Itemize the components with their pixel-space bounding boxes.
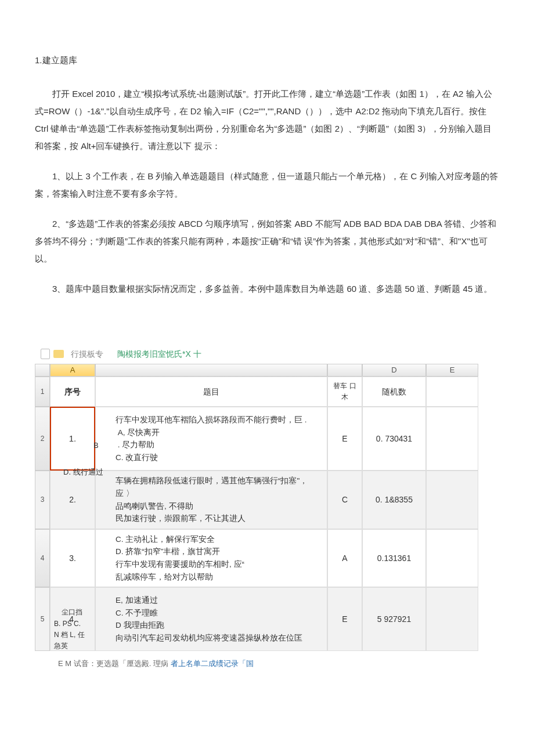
empty-cell[interactable] — [426, 587, 478, 651]
empty-cell[interactable] — [426, 529, 478, 587]
question-text: E, 加速通过 C. 不予理睢 D 我理由拒跑 向动引汽车起司发幼机均应将变速器… — [100, 594, 302, 644]
workbook-tab[interactable]: 陶模报考旧室怩氏*X 十 — [117, 346, 201, 362]
paragraph-2: 1、以上 3 个工作表，在 B 列输入单选题题目（样式随意，但一道题只能占一个单… — [35, 168, 499, 202]
selected-cell-A2[interactable]: 1. — [50, 407, 95, 471]
rand-cell[interactable]: 0. 730431 — [362, 407, 426, 471]
seq-cell[interactable]: 2. — [50, 471, 95, 529]
header-rand[interactable]: 随机数 — [362, 377, 426, 407]
table-row: 3 2. 车辆在拥精路段低速行眼时，遇苴他车辆强行“扣塞"， 应 〉 品鸣喇叭警… — [35, 471, 499, 529]
new-doc-icon[interactable] — [41, 349, 50, 359]
header-row: 1 序号 题目 替车 口木 随机数 — [35, 377, 499, 407]
column-letters-row: A D E — [35, 364, 499, 377]
row-head[interactable]: 2 — [35, 407, 50, 471]
paragraph-1: 打开 Excel 2010，建立“模拟考试系统-出题测试版”。打开此工作簿，建立… — [35, 85, 499, 155]
paragraph-4: 3、题库中题目数量根据实际情况而定，多多益善。本例中题库数目为单选题 60 道、… — [35, 280, 499, 298]
col-E[interactable]: E — [426, 364, 478, 377]
worksheet: A D E 1 序号 题目 替车 口木 随机数 2 1. B 行车中发现耳他车褶… — [35, 364, 499, 651]
rand-cell[interactable]: 0.131361 — [362, 529, 426, 587]
seq-cell[interactable]: 4. 尘口挡 B. PS C. N 档 L, 任 急英 — [50, 587, 95, 651]
empty-cell[interactable] — [426, 407, 478, 471]
row-head[interactable]: 4 — [35, 529, 50, 587]
table-row: 2 1. B 行车中发现耳他车褶陷入损坏路段而不能行费时，巨 . A, 尽快离开… — [35, 407, 499, 471]
seq-cell[interactable]: 3. — [50, 529, 95, 587]
open-folder-icon[interactable] — [53, 350, 64, 358]
footer-link[interactable]: 者上名单二成绩记录「国 — [171, 659, 254, 668]
question-cell[interactable]: C. 主动礼让，解保行军安全 D. 挤靠“扣窄”丰楷，旗甘寓开 行车中发现有需要… — [95, 529, 327, 587]
question-text: 行车中发现耳他车褶陷入损坏路段而不能行费时，巨 . A, 尽快离开 . 尽力帮助… — [100, 414, 307, 464]
header-empty[interactable] — [426, 377, 478, 407]
header-seq[interactable]: 序号 — [50, 377, 95, 407]
rand-cell[interactable]: 0. 1&8355 — [362, 471, 426, 529]
row-head[interactable]: 5 — [35, 587, 50, 651]
header-question[interactable]: 题目 — [95, 377, 327, 407]
row-head[interactable]: 3 — [35, 471, 50, 529]
answer-cell[interactable]: E — [327, 587, 362, 651]
header-answer[interactable]: 替车 口木 — [327, 377, 362, 407]
cell-extra-b: 尘口挡 B. PS C. N 档 L, 任 急英 — [54, 607, 124, 652]
paragraph-3: 2、“多选题”工作表的答案必须按 ABCD 匀顺序填写，例如答案 ABD 不能写… — [35, 215, 499, 267]
table-row: 4 3. C. 主动礼让，解保行军安全 D. 挤靠“扣窄”丰楷，旗甘寓开 行车中… — [35, 529, 499, 587]
question-cell[interactable]: B 行车中发现耳他车褶陷入损坏路段而不能行费时，巨 . A, 尽快离开 . 尽力… — [95, 407, 327, 471]
empty-cell[interactable] — [426, 471, 478, 529]
cell-extra-b: B — [93, 440, 99, 452]
select-all-corner[interactable] — [35, 364, 50, 377]
footer-text: E M 试音：更选题「厘选殿. 理病 — [58, 659, 171, 668]
section-title: 1.建立题库 — [35, 52, 499, 69]
answer-cell[interactable]: A — [327, 529, 362, 587]
question-cell[interactable]: 车辆在拥精路段低速行眼时，遇苴他车辆强行“扣塞"， 应 〉 品鸣喇叭警告, 不得… — [95, 471, 327, 529]
rand-cell[interactable]: 5 927921 — [362, 587, 426, 651]
question-text: 车辆在拥精路段低速行眼时，遇苴他车辆强行“扣塞"， 应 〉 品鸣喇叭警告, 不得… — [100, 475, 308, 525]
cell-extra-d: D. 线行通过 — [63, 466, 103, 479]
table-row: 5 4. 尘口挡 B. PS C. N 档 L, 任 急英 E, 加速通过 C.… — [35, 587, 499, 651]
answer-cell[interactable]: E — [327, 407, 362, 471]
col-A[interactable]: A — [50, 364, 95, 377]
template-tab[interactable]: 行摸板专 — [71, 346, 103, 362]
col-D[interactable]: D — [362, 364, 426, 377]
col-B[interactable] — [95, 364, 327, 377]
sheet-tabs-footer: E M 试音：更选题「厘选殿. 理病 者上名单二成绩记录「国 — [35, 657, 499, 671]
row-1-head[interactable]: 1 — [35, 377, 50, 407]
question-text: C. 主动礼让，解保行军安全 D. 挤靠“扣窄”丰楷，旗甘寓开 行车中发现有需要… — [100, 533, 244, 583]
answer-cell[interactable]: C — [327, 471, 362, 529]
question-cell[interactable]: E, 加速通过 C. 不予理睢 D 我理由拒跑 向动引汽车起司发幼机均应将变速器… — [95, 587, 327, 651]
workbook-tabbar: 行摸板专 陶模报考旧室怩氏*X 十 — [35, 344, 499, 364]
col-C[interactable] — [327, 364, 362, 377]
